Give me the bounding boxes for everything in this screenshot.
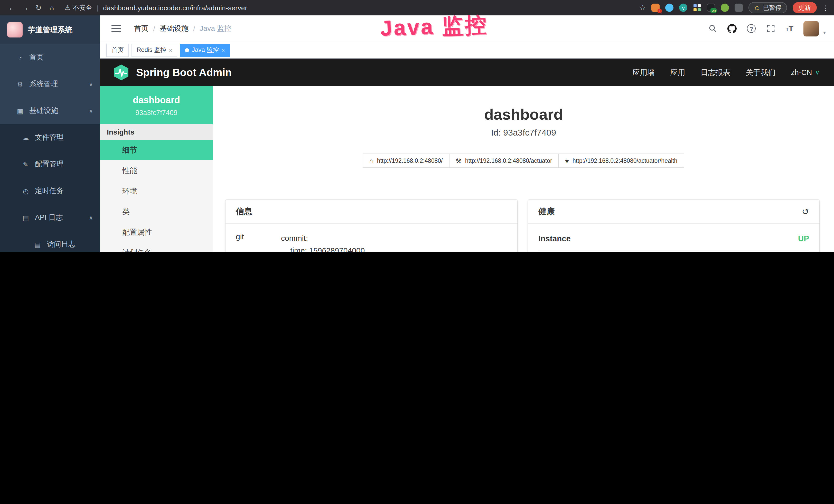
sba-sidebar: dashboard 93a3fc7f7409 Insights 细节 性能 环境… bbox=[100, 86, 213, 252]
info-card: 信息 git commit: time: 1596289704000 id: 2… bbox=[225, 200, 517, 252]
extension-icon-1[interactable]: 1 bbox=[651, 4, 660, 12]
close-icon[interactable]: × bbox=[169, 47, 172, 53]
health-card-title: 健康 bbox=[539, 206, 555, 217]
extension-icon-3[interactable]: v bbox=[679, 4, 687, 12]
edit-icon: ✎ bbox=[21, 160, 30, 168]
instance-id-subtitle: Id: 93a3fc7f7409 bbox=[213, 128, 834, 138]
monitor-icon: ▣ bbox=[16, 107, 25, 115]
sidebar-item-config-mgmt[interactable]: ✎ 配置管理 bbox=[0, 151, 100, 178]
logo-pig-avatar bbox=[7, 22, 23, 38]
history-icon[interactable]: ↺ bbox=[802, 206, 809, 217]
search-icon[interactable] bbox=[708, 24, 717, 33]
user-avatar[interactable] bbox=[804, 21, 819, 36]
sidebar-item-api-log[interactable]: ▤ API 日志 ∧ bbox=[0, 204, 100, 231]
sba-menu-classes[interactable]: 类 bbox=[100, 201, 213, 222]
chevron-up-icon: ∧ bbox=[89, 214, 93, 221]
sba-nav-journal[interactable]: 日志报表 bbox=[700, 68, 730, 77]
forward-icon[interactable]: → bbox=[19, 4, 32, 12]
document-icon: ▤ bbox=[33, 240, 42, 248]
home-icon: ⌂ bbox=[369, 157, 373, 165]
paused-label: 已暂停 bbox=[763, 3, 782, 12]
page-title: dashboard bbox=[213, 106, 834, 123]
extension-icon-4[interactable] bbox=[693, 4, 701, 12]
breadcrumb: 首页 / 基础设施 / Java 监控 bbox=[134, 24, 232, 33]
chrome-update-button[interactable]: 更新 bbox=[792, 2, 816, 13]
sidebar-item-home[interactable]: ◔ 首页 bbox=[0, 44, 100, 71]
chrome-menu-icon[interactable]: ⋮ bbox=[822, 4, 829, 12]
sba-nav-wallboard[interactable]: 应用墙 bbox=[632, 68, 655, 77]
profile-emoji-icon: ☺ bbox=[753, 4, 761, 12]
document-icon: ▤ bbox=[21, 214, 30, 222]
sba-main-content: dashboard Id: 93a3fc7f7409 ⌂ http://192.… bbox=[213, 86, 834, 252]
sba-menu-details[interactable]: 细节 bbox=[100, 140, 213, 160]
app-sidebar: 芋道管理系统 ◔ 首页 ⚙ 系统管理 ∨ ▣ 基础设施 ∧ ☁ 文件管理 ✎ 配… bbox=[0, 16, 100, 252]
gear-icon: ⚙ bbox=[16, 81, 25, 88]
health-url-link[interactable]: ♥ http://192.168.0.2:48080/actuator/heal… bbox=[558, 154, 684, 168]
app-logo: 芋道管理系统 bbox=[0, 16, 100, 44]
tab-home[interactable]: 首页 bbox=[106, 43, 129, 57]
profile-paused-pill[interactable]: ☺ 已暂停 bbox=[748, 2, 787, 13]
sba-logo-icon bbox=[112, 64, 130, 81]
extensions-puzzle-icon[interactable] bbox=[734, 4, 743, 12]
divider: | bbox=[97, 4, 98, 12]
breadcrumb-home[interactable]: 首页 bbox=[134, 24, 149, 33]
sidebar-item-infrastructure[interactable]: ▣ 基础设施 ∧ bbox=[0, 97, 100, 124]
app-title: 芋道管理系统 bbox=[28, 25, 72, 35]
breadcrumb-infra[interactable]: 基础设施 bbox=[160, 24, 189, 33]
breadcrumb-current: Java 监控 bbox=[200, 24, 232, 33]
help-icon[interactable]: ? bbox=[747, 24, 756, 33]
font-size-icon[interactable]: TT bbox=[786, 25, 793, 32]
health-card: 健康 ↺ Instance UP bbox=[528, 200, 819, 252]
extension-icon-2[interactable] bbox=[665, 4, 674, 12]
reload-icon[interactable]: ↻ bbox=[32, 4, 45, 12]
fullscreen-icon[interactable] bbox=[766, 24, 775, 33]
instance-links: ⌂ http://192.168.0.2:48080/ ⚒ http://192… bbox=[213, 154, 834, 168]
hamburger-icon[interactable] bbox=[111, 25, 121, 26]
extension-icon-6[interactable] bbox=[721, 4, 729, 12]
home-icon[interactable]: ⌂ bbox=[45, 4, 59, 12]
sba-nav-about[interactable]: 关于我们 bbox=[746, 68, 775, 77]
sidebar-item-file-mgmt[interactable]: ☁ 文件管理 bbox=[0, 124, 100, 151]
info-key: git bbox=[236, 232, 281, 252]
tab-java-monitor[interactable]: Java 监控 × bbox=[180, 43, 230, 57]
extension-icon-5[interactable]: on bbox=[707, 4, 715, 12]
sidebar-item-scheduled-jobs[interactable]: ◴ 定时任务 bbox=[0, 178, 100, 204]
sidebar-item-system-mgmt[interactable]: ⚙ 系统管理 ∨ bbox=[0, 71, 100, 97]
service-url-link[interactable]: ⌂ http://192.168.0.2:48080/ bbox=[363, 154, 449, 168]
sba-menu-scheduled-tasks[interactable]: 计划任务 bbox=[100, 243, 213, 252]
sba-menu-metrics[interactable]: 性能 bbox=[100, 160, 213, 181]
extension-badge: 1 bbox=[658, 9, 662, 13]
sba-locale-select[interactable]: zh-CN ∨ bbox=[791, 68, 820, 76]
tab-redis-monitor[interactable]: Redis 监控 × bbox=[132, 43, 177, 57]
not-secure-warning-icon: ⚠ bbox=[65, 4, 70, 11]
clock-icon: ◴ bbox=[21, 187, 30, 195]
annotation-overlay: Java 监控 bbox=[380, 10, 488, 43]
close-icon[interactable]: × bbox=[221, 47, 225, 53]
health-status-badge: UP bbox=[798, 234, 809, 244]
heart-icon: ♥ bbox=[565, 157, 569, 165]
github-icon[interactable] bbox=[727, 24, 737, 33]
instance-id: 93a3fc7f7409 bbox=[104, 109, 208, 117]
url-text[interactable]: dashboard.yudao.iocoder.cn/infra/admin-s… bbox=[103, 4, 247, 12]
gauge-icon: ◔ bbox=[16, 54, 25, 61]
active-tab-dot bbox=[185, 48, 189, 52]
not-secure-label: 不安全 bbox=[73, 3, 92, 12]
sba-menu-config-props[interactable]: 配置属性 bbox=[100, 222, 213, 243]
tags-bar: 首页 Redis 监控 × Java 监控 × bbox=[100, 42, 834, 59]
infrastructure-submenu: ☁ 文件管理 ✎ 配置管理 ◴ 定时任务 ▤ API 日志 ∧ ▤ 访问日志 ▤ bbox=[0, 124, 100, 252]
cloud-icon: ☁ bbox=[21, 134, 30, 141]
sidebar-item-access-log[interactable]: ▤ 访问日志 bbox=[0, 231, 100, 252]
address-bar[interactable]: ⚠ 不安全 | dashboard.yudao.iocoder.cn/infra… bbox=[65, 3, 247, 12]
sba-menu-environment[interactable]: 环境 bbox=[100, 181, 213, 201]
back-icon[interactable]: ← bbox=[5, 4, 19, 12]
sba-nav-applications[interactable]: 应用 bbox=[670, 68, 685, 77]
sba-brand[interactable]: Spring Boot Admin bbox=[112, 64, 232, 81]
health-instance-label: Instance bbox=[539, 234, 571, 244]
bookmark-star-icon[interactable]: ☆ bbox=[639, 4, 646, 12]
info-card-title: 信息 bbox=[236, 206, 252, 217]
instance-header: dashboard 93a3fc7f7409 bbox=[100, 86, 213, 124]
actuator-url-link[interactable]: ⚒ http://192.168.0.2:48080/actuator bbox=[449, 154, 559, 168]
chevron-down-icon: ∨ bbox=[89, 81, 93, 88]
avatar-caret-icon: ▾ bbox=[823, 29, 826, 36]
chevron-down-icon: ∨ bbox=[815, 69, 820, 76]
